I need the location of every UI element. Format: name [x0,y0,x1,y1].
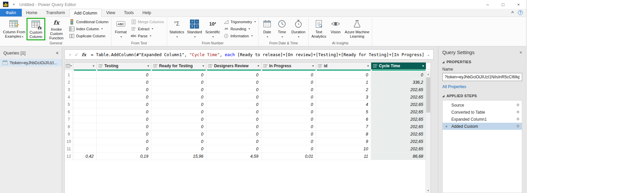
collapse-ribbon-icon[interactable]: ^ [511,11,514,14]
table-cell[interactable] [73,145,97,153]
table-cell[interactable]: 0 [151,130,206,138]
tab-help[interactable]: Help [138,9,155,16]
table-cell[interactable]: 202,65 [371,108,426,116]
step-settings-gear-icon[interactable]: ⚙ [516,117,519,121]
table-cell[interactable]: 0 [206,123,261,130]
row-number[interactable]: 3 [65,86,73,93]
table-cell[interactable]: 0 [206,86,261,93]
column-header-ready-for-testing[interactable]: ABC123Ready for Testing▾ [151,63,206,69]
table-cell[interactable]: 0,01 [261,153,316,160]
tab-transform[interactable]: Transform [42,9,69,16]
close-button[interactable]: × [511,0,526,9]
table-cell[interactable] [73,116,97,123]
table-cell[interactable]: 0 [261,71,316,79]
custom-column-button[interactable]: fx Custom Column [27,18,45,40]
trigonometry-button[interactable]: Trigonometry ▾ [222,18,257,25]
table-cell[interactable] [73,101,97,108]
table-cell[interactable]: 1 [316,79,371,86]
formula-commit-icon[interactable]: ✓ [74,52,82,57]
tab-add-column[interactable]: Add Column [69,9,102,17]
table-cell[interactable]: 0 [97,71,151,79]
filter-dropdown-icon[interactable]: ▾ [421,64,425,68]
applied-step-expanded-column1[interactable]: Expanded Column1⚙ [443,116,522,123]
table-cell[interactable] [73,130,97,138]
table-cell[interactable]: 0 [206,145,261,153]
table-cell[interactable]: 202,65 [371,86,426,93]
table-cell[interactable]: 0 [261,79,316,86]
table-cell[interactable]: 8 [316,130,371,138]
table-cell[interactable]: 7 [316,123,371,130]
table-cell[interactable]: 6 [316,116,371,123]
row-number[interactable]: 9 [65,130,73,138]
close-query-settings-icon[interactable]: × [519,50,522,55]
extract-button[interactable]: ABC123 Extract ▾ [129,25,166,32]
table-cell[interactable]: 0 [97,130,151,138]
applied-step-converted-to-table[interactable]: Converted to Table⚙ [443,109,522,116]
table-cell[interactable] [73,79,97,86]
table-cell[interactable]: 4,59 [206,153,261,160]
column-header-id[interactable]: ABC123id▾ [316,63,371,69]
table-cell[interactable]: 4 [316,101,371,108]
row-number[interactable]: 4 [65,93,73,101]
table-cell[interactable]: 0 [151,71,206,79]
table-cell[interactable]: 15,96 [151,153,206,160]
index-column-button[interactable]: Index Column ▾ [67,25,110,32]
table-corner-cell[interactable]: ▾ [65,63,73,69]
formula-bar[interactable]: × ✓ fx = Table.AddColumn(#"Expanded Colu… [64,49,434,60]
step-settings-gear-icon[interactable]: ⚙ [516,103,519,107]
standard-button[interactable]: +−×÷ Standard▾ [186,18,204,40]
table-cell[interactable]: 0 [206,108,261,116]
maximize-button[interactable]: □ [495,0,511,9]
invoke-custom-function-button[interactable]: fx Invoke Custom Function [45,18,67,40]
table-cell[interactable]: 0 [206,116,261,123]
table-cell[interactable] [73,123,97,130]
collapse-triangle-icon[interactable]: ◢ [442,94,444,98]
information-button[interactable]: i Information ▾ [222,32,257,39]
table-cell[interactable]: 2 [316,86,371,93]
column-header-blank[interactable]: ▾ [73,63,97,69]
table-cell[interactable]: 0 [97,108,151,116]
table-cell[interactable]: 0 [206,93,261,101]
azure-machine-learning-button[interactable]: Azure Machine Learning [343,18,371,40]
row-number[interactable]: 2 [65,79,73,86]
table-cell[interactable]: 0 [261,86,316,93]
table-cell[interactable]: 0 [261,138,316,145]
table-cell[interactable]: 202,65 [371,116,426,123]
text-analytics-button[interactable]: Text Analytics [310,18,328,40]
table-cell[interactable]: 86,68 [371,153,426,160]
step-settings-gear-icon[interactable]: ⚙ [516,110,519,114]
table-cell[interactable] [73,108,97,116]
table-cell[interactable]: 0 [97,138,151,145]
all-properties-link[interactable]: All Properties [442,84,522,89]
table-cell[interactable]: 0 [97,123,151,130]
help-icon[interactable]: ? [518,10,523,15]
table-cell[interactable]: 0 [97,145,151,153]
formula-expand-icon[interactable]: ⌄ [424,52,433,57]
table-cell[interactable] [73,93,97,101]
row-number[interactable]: 5 [65,101,73,108]
tab-view[interactable]: View [102,9,119,16]
scrollbar-thumb[interactable] [426,77,430,113]
table-cell[interactable]: 10 [316,145,371,153]
formula-text[interactable]: = Table.AddColumn(#"Expanded Column1", "… [91,52,424,57]
column-header-testing[interactable]: ABC123Testing▾ [97,63,151,69]
table-cell[interactable]: 0 [151,108,206,116]
quick-access-chevron-icon[interactable]: ▾ [13,3,15,6]
query-list-item[interactable]: ?token=eyJhbGciOiJIUzI... [0,59,62,67]
table-cell[interactable]: 11 [316,153,371,160]
table-cell[interactable]: 0 [151,145,206,153]
row-number[interactable]: 11 [65,145,73,153]
delete-step-icon[interactable]: × [445,124,447,128]
tab-tools[interactable]: Tools [119,9,138,16]
duplicate-column-button[interactable]: Duplicate Column [67,32,110,39]
table-cell[interactable]: 0 [261,116,316,123]
table-cell[interactable]: 0 [206,138,261,145]
table-cell[interactable]: 0 [261,123,316,130]
vertical-scrollbar[interactable]: ▲ ▼ [426,71,431,193]
table-cell[interactable]: 202,65 [371,138,426,145]
merge-columns-button[interactable]: Merge Columns [129,18,166,25]
query-name-input[interactable] [442,73,522,81]
table-cell[interactable]: 0 [151,93,206,101]
scroll-up-arrow[interactable]: ▲ [426,71,431,77]
table-cell[interactable]: 0 [261,130,316,138]
